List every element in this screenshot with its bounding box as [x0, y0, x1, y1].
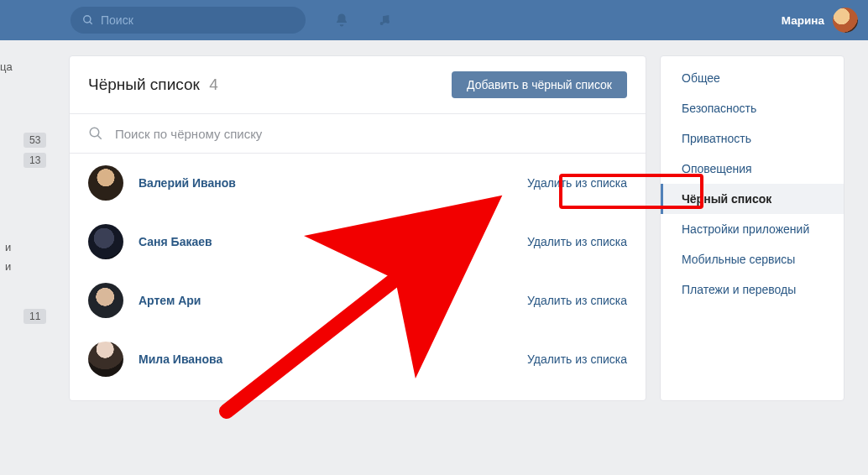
svg-point-0	[84, 16, 91, 23]
remove-from-list-link[interactable]: Удалить из списка	[527, 294, 627, 307]
blacklist-search-input[interactable]	[115, 127, 627, 141]
music-icon[interactable]	[378, 13, 391, 27]
page-title: Чёрный список 4	[88, 76, 218, 94]
svg-line-1	[90, 22, 92, 24]
add-to-blacklist-button[interactable]: Добавить в чёрный список	[452, 71, 627, 98]
sidebar-item-general[interactable]: Общее	[661, 63, 844, 93]
remove-from-list-link[interactable]: Удалить из списка	[527, 352, 627, 366]
list-item: Валерий Иванов Удалить из списка	[70, 154, 646, 212]
search-icon	[88, 126, 103, 141]
sidebar-item-privacy[interactable]: Приватность	[661, 123, 844, 154]
remove-from-list-link[interactable]: Удалить из списка	[527, 176, 627, 190]
notifications-icon[interactable]	[334, 13, 349, 28]
title-text: Чёрный список	[88, 76, 200, 93]
user-avatar[interactable]	[88, 283, 123, 318]
sidebar-item-notifications[interactable]: Оповещения	[661, 154, 844, 184]
svg-point-3	[386, 20, 390, 23]
title-count: 4	[209, 76, 218, 93]
search-wrap[interactable]	[71, 7, 306, 34]
nav-badge: 11	[24, 309, 46, 324]
left-nav-fragment: ца 53 13 и и 11	[0, 55, 54, 326]
user-avatar[interactable]	[88, 342, 123, 377]
nav-cut-text: и	[0, 257, 54, 276]
remove-from-list-link[interactable]: Удалить из списка	[527, 235, 627, 248]
username: Марина	[782, 14, 824, 27]
nav-cut-text: и	[0, 238, 54, 257]
list-item: Артем Ари Удалить из списка	[70, 271, 646, 330]
user-menu[interactable]: Марина	[782, 0, 858, 40]
topbar: Марина	[0, 0, 868, 40]
sidebar-item-payments[interactable]: Платежи и переводы	[661, 274, 844, 305]
user-avatar[interactable]	[88, 165, 123, 201]
nav-badge: 13	[24, 153, 46, 168]
settings-sidebar: Общее Безопасность Приватность Оповещени…	[660, 55, 844, 401]
panel-search	[70, 114, 646, 154]
nav-cut-label: ца	[0, 55, 54, 83]
user-name-link[interactable]: Артем Ари	[139, 294, 527, 307]
svg-point-4	[90, 128, 99, 137]
content: Чёрный список 4 Добавить в чёрный список…	[69, 55, 844, 401]
search-input[interactable]	[101, 13, 294, 27]
sidebar-item-security[interactable]: Безопасность	[661, 93, 844, 123]
list-item: Мила Иванова Удалить из списка	[70, 330, 646, 389]
search-icon	[82, 14, 94, 26]
avatar	[833, 8, 858, 33]
sidebar-item-mobile[interactable]: Мобильные сервисы	[661, 244, 844, 274]
blacklist-panel: Чёрный список 4 Добавить в чёрный список…	[69, 55, 646, 401]
user-avatar[interactable]	[88, 224, 123, 259]
user-name-link[interactable]: Саня Бакаев	[139, 235, 527, 248]
user-name-link[interactable]: Валерий Иванов	[139, 176, 527, 190]
svg-point-2	[380, 22, 384, 25]
sidebar-item-app-settings[interactable]: Настройки приложений	[661, 214, 844, 244]
svg-line-5	[97, 135, 102, 139]
panel-head: Чёрный список 4 Добавить в чёрный список	[70, 56, 646, 114]
user-name-link[interactable]: Мила Иванова	[139, 352, 527, 366]
sidebar-item-blacklist[interactable]: Чёрный список	[661, 184, 844, 214]
list-item: Саня Бакаев Удалить из списка	[70, 212, 646, 271]
nav-badge: 53	[24, 133, 46, 148]
